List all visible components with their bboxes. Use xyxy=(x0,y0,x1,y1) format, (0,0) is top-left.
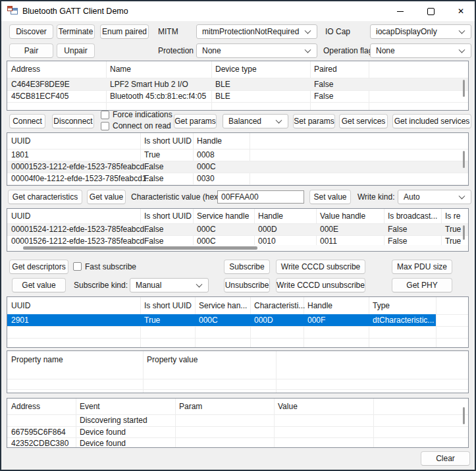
desc-col-characteristic-handle[interactable]: Characteristi... xyxy=(254,297,305,314)
chars-col-uuid[interactable]: UUID xyxy=(11,209,30,223)
row-divider xyxy=(7,102,468,103)
chevron-down-icon xyxy=(196,281,203,288)
get-characteristics-button[interactable]: Get characteristics xyxy=(8,190,82,204)
unpair-button[interactable]: Unpair xyxy=(57,43,95,58)
char-uuid: 00001524-1212-efde-1523-785feabcd... xyxy=(11,223,151,235)
connect-button[interactable]: Connect xyxy=(9,114,45,128)
chevron-down-icon xyxy=(459,28,465,34)
chars-col-service-handle[interactable]: Service handle xyxy=(197,209,249,223)
write-kind-label: Write kind: xyxy=(357,190,394,204)
mitm-label: MITM xyxy=(158,24,178,39)
connect-on-read-checkbox[interactable] xyxy=(101,122,109,130)
char-service-handle: 000C xyxy=(197,223,216,235)
device-type: BLE xyxy=(215,90,230,102)
app-window: Bluetooth GATT Client Demo ✕ Discover Te… xyxy=(0,0,476,471)
fast-subscribe-checkbox[interactable] xyxy=(73,262,82,271)
row-divider xyxy=(7,184,468,185)
service-handle: 0030 xyxy=(197,173,215,184)
chars-col-handle[interactable]: Handle xyxy=(258,209,283,223)
services-col-is-short-uuid[interactable]: Is short UUID xyxy=(144,133,192,149)
desc-col-uuid[interactable]: UUID xyxy=(11,297,30,314)
set-value-button[interactable]: Set value xyxy=(309,190,351,204)
descriptor-type: dtCharacteristic... xyxy=(373,314,434,326)
get-value-button[interactable]: Get value xyxy=(87,190,126,204)
get-services-button[interactable]: Get services xyxy=(339,114,388,128)
get-included-services-button[interactable]: Get included services xyxy=(392,114,471,128)
devices-col-device-type[interactable]: Device type xyxy=(215,61,257,78)
events-table: Address Event Param Value Discovering st… xyxy=(7,398,469,448)
discover-button[interactable]: Discover xyxy=(9,24,53,39)
protection-select[interactable]: None xyxy=(196,43,317,58)
minimize-button[interactable] xyxy=(385,1,415,21)
set-params-button[interactable]: Set params xyxy=(293,114,335,128)
events-col-param[interactable]: Param xyxy=(179,399,202,414)
subscribe-kind-select-value: Manual xyxy=(136,281,161,290)
event-row[interactable] xyxy=(7,427,468,437)
operation-flag-select[interactable]: None xyxy=(370,43,471,58)
pair-button[interactable]: Pair xyxy=(9,43,53,58)
events-col-address[interactable]: Address xyxy=(11,399,40,414)
chevron-down-icon xyxy=(305,28,311,34)
service-row[interactable] xyxy=(7,150,468,161)
chars-col-value-handle[interactable]: Value handle xyxy=(320,209,365,223)
device-row[interactable] xyxy=(7,90,468,102)
characteristic-value-label: Characteristic value (hex) xyxy=(131,190,221,204)
events-col-event[interactable]: Event xyxy=(80,399,100,414)
events-col-value[interactable]: Value xyxy=(278,399,298,414)
get-descriptors-button[interactable]: Get descriptors xyxy=(9,260,68,274)
enum-paired-button[interactable]: Enum paired xyxy=(100,24,149,39)
horizontal-scrollbar-thumb[interactable] xyxy=(23,246,257,250)
write-cccd-subscribe-button[interactable]: Write CCCD subscribe xyxy=(276,260,365,274)
chars-col-is-broadcast[interactable]: Is broadcast... xyxy=(388,209,437,223)
terminate-button[interactable]: Terminate xyxy=(57,24,95,39)
subscribe-kind-select[interactable]: Manual xyxy=(130,278,209,292)
priority-select-value: Balanced xyxy=(228,117,261,126)
service-is-short: True xyxy=(144,149,160,161)
write-kind-select-value: Auto xyxy=(404,192,420,202)
desc-col-service-handle[interactable]: Service han... xyxy=(199,297,247,314)
subscribe-button[interactable]: Subscribe xyxy=(224,260,270,274)
close-button[interactable]: ✕ xyxy=(446,1,476,21)
maximize-button[interactable] xyxy=(415,1,446,21)
row-divider xyxy=(7,379,468,379)
get-descriptor-value-button[interactable]: Get value xyxy=(12,278,66,292)
clear-button[interactable]: Clear xyxy=(421,451,470,466)
title-bar: Bluetooth GATT Client Demo ✕ xyxy=(1,1,475,21)
descriptor-row-selected[interactable] xyxy=(7,314,436,326)
get-params-button[interactable]: Get params xyxy=(174,114,217,128)
desc-col-handle[interactable]: Handle xyxy=(307,297,332,314)
desc-col-is-short-uuid[interactable]: Is short UUID xyxy=(144,297,192,314)
descriptor-handle: 000F xyxy=(307,314,325,326)
services-table: UUID Is short UUID Handle 1801 True 0008… xyxy=(7,132,469,186)
char-is-broadcast: False xyxy=(388,223,407,235)
characteristic-value-input[interactable] xyxy=(217,190,304,204)
disconnect-button[interactable]: Disconnect xyxy=(52,114,94,128)
chars-col-is-readable[interactable]: Is re xyxy=(445,209,460,223)
force-indications-checkbox[interactable] xyxy=(101,111,109,119)
unsubscribe-button[interactable]: Unsubscribe xyxy=(224,278,270,292)
device-row[interactable] xyxy=(7,78,468,90)
event-row[interactable] xyxy=(7,438,468,448)
iocap-label: IO Cap xyxy=(325,24,350,39)
services-col-handle[interactable]: Handle xyxy=(197,133,222,149)
events-scrollbar-thumb[interactable] xyxy=(463,407,465,424)
prop-col-value[interactable]: Property value xyxy=(147,351,198,368)
desc-col-type[interactable]: Type xyxy=(373,297,390,314)
services-scrollbar-thumb[interactable] xyxy=(463,151,465,168)
characteristics-scrollbar-thumb[interactable] xyxy=(463,225,465,240)
devices-scrollbar-thumb[interactable] xyxy=(463,80,465,97)
event-row[interactable] xyxy=(7,415,468,426)
services-col-uuid[interactable]: UUID xyxy=(11,133,30,149)
chars-col-is-short-uuid[interactable]: Is short UUID xyxy=(144,209,192,223)
mitm-select[interactable]: mitmProtectionNotRequired xyxy=(196,24,317,39)
prop-col-name[interactable]: Property name xyxy=(11,351,63,368)
priority-select[interactable]: Balanced xyxy=(223,114,288,128)
write-kind-select[interactable]: Auto xyxy=(398,190,471,204)
max-pdu-size-button[interactable]: Max PDU size xyxy=(392,260,452,274)
get-phy-button[interactable]: Get PHY xyxy=(392,278,452,292)
devices-col-paired[interactable]: Paired xyxy=(314,61,337,78)
devices-col-address[interactable]: Address xyxy=(11,61,40,78)
iocap-select[interactable]: iocapDisplayOnly xyxy=(370,24,471,39)
write-cccd-unsubscribe-button[interactable]: Write CCCD unsubscribe xyxy=(276,278,365,292)
devices-col-name[interactable]: Name xyxy=(110,61,131,78)
